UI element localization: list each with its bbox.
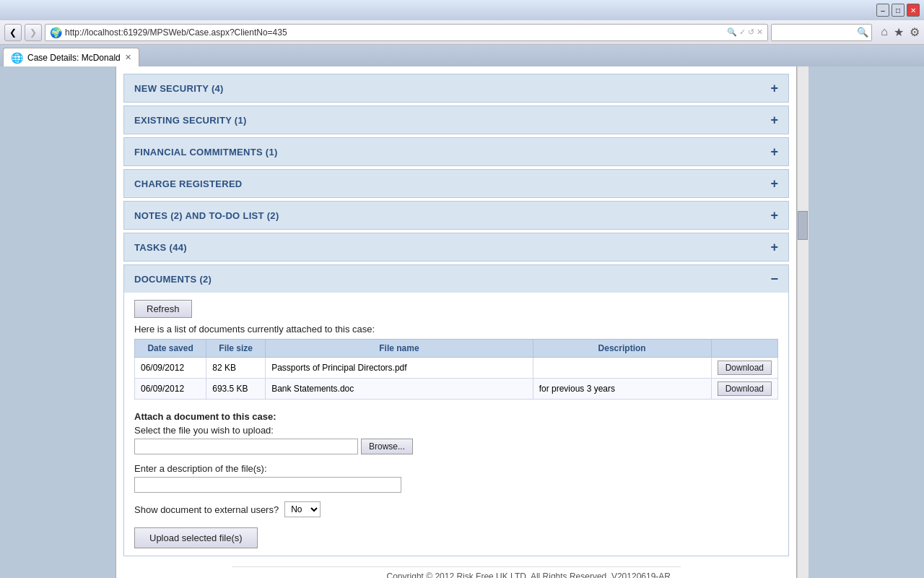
section-notes[interactable]: NOTES (2) AND TO-DO LIST (2) + bbox=[123, 201, 789, 230]
globe-icon: 🌍 bbox=[50, 27, 62, 38]
nav-bar: ❮ ❯ 🌍 http://localhost:61929/MPSWeb/Case… bbox=[0, 20, 924, 45]
show-doc-row: Show document to external users? No Yes bbox=[134, 501, 778, 517]
left-sidebar bbox=[0, 66, 116, 578]
file-path-input[interactable] bbox=[134, 439, 358, 454]
show-doc-select[interactable]: No Yes bbox=[284, 501, 321, 517]
section-new-security[interactable]: NEW SECURITY (4) + bbox=[123, 74, 789, 103]
doc-list-label: Here is a list of documents currently at… bbox=[134, 324, 778, 335]
refresh-button[interactable]: Refresh bbox=[134, 300, 192, 318]
documents-table: Date saved File size File name Descripti… bbox=[134, 339, 778, 400]
row2-date: 06/09/2012 bbox=[135, 379, 206, 400]
section-notes-label: NOTES (2) AND TO-DO LIST (2) bbox=[134, 210, 279, 221]
row1-description bbox=[533, 358, 711, 379]
restore-button[interactable]: □ bbox=[892, 4, 905, 17]
row1-download-cell: Download bbox=[711, 358, 777, 379]
tab-title: Case Details: McDonald bbox=[27, 53, 121, 63]
row2-filename: Bank Statements.doc bbox=[266, 379, 533, 400]
window-controls: – □ ✕ bbox=[876, 4, 920, 17]
close-button[interactable]: ✕ bbox=[907, 4, 920, 17]
section-tasks[interactable]: TASKS (44) + bbox=[123, 233, 789, 262]
section-charge-registered-label: CHARGE REGISTERED bbox=[134, 178, 243, 189]
attach-section: Attach a document to this case: Select t… bbox=[134, 411, 778, 548]
browse-button[interactable]: Browse... bbox=[361, 439, 413, 454]
show-doc-label: Show document to external users? bbox=[134, 504, 279, 515]
row1-date: 06/09/2012 bbox=[135, 358, 206, 379]
tools-icon[interactable]: ⚙ bbox=[910, 25, 920, 39]
page-footer: Copyright © 2012 Risk Free UK LTD, All R… bbox=[232, 566, 681, 578]
title-bar: – □ ✕ bbox=[0, 0, 924, 20]
col-date-saved: Date saved bbox=[135, 340, 206, 358]
description-label: Enter a description of the file(s): bbox=[134, 463, 778, 474]
download-button-1[interactable]: Download bbox=[718, 361, 772, 375]
tab-favicon: 🌐 bbox=[11, 52, 23, 64]
url-text: http://localhost:61929/MPSWeb/Case.aspx?… bbox=[65, 27, 724, 38]
section-charge-registered-toggle: + bbox=[770, 177, 778, 190]
file-select-label: Select the file you wish to upload: bbox=[134, 425, 778, 436]
attach-title: Attach a document to this case: bbox=[134, 411, 778, 422]
right-sidebar bbox=[808, 66, 924, 578]
row1-filename: Passports of Principal Directors.pdf bbox=[266, 358, 533, 379]
table-row: 06/09/2012 693.5 KB Bank Statements.doc … bbox=[135, 379, 778, 400]
upload-button[interactable]: Upload selected file(s) bbox=[134, 527, 258, 548]
favorites-icon[interactable]: ★ bbox=[894, 25, 904, 39]
documents-header[interactable]: DOCUMENTS (2) − bbox=[124, 265, 788, 293]
documents-section-label: DOCUMENTS (2) bbox=[134, 274, 212, 285]
tab-bar: 🌐 Case Details: McDonald ✕ bbox=[0, 45, 924, 66]
section-tasks-label: TASKS (44) bbox=[134, 242, 187, 253]
scrollbar-thumb[interactable] bbox=[798, 211, 808, 240]
section-charge-registered[interactable]: CHARGE REGISTERED + bbox=[123, 169, 789, 198]
row2-download-cell: Download bbox=[711, 379, 777, 400]
documents-body: Refresh Here is a list of documents curr… bbox=[124, 293, 788, 556]
address-bar[interactable]: 🌍 http://localhost:61929/MPSWeb/Case.asp… bbox=[45, 24, 768, 41]
section-existing-security-label: EXISTING SECURITY (1) bbox=[134, 115, 247, 126]
copyright-text: Copyright © 2012 Risk Free UK LTD, All R… bbox=[387, 571, 671, 578]
forward-button[interactable]: ❯ bbox=[25, 24, 42, 41]
row2-size: 693.5 KB bbox=[206, 379, 266, 400]
description-input[interactable] bbox=[134, 477, 401, 493]
search-icon: 🔍 bbox=[857, 27, 868, 38]
col-file-name: File name bbox=[266, 340, 533, 358]
section-new-security-toggle: + bbox=[770, 82, 778, 95]
section-new-security-label: NEW SECURITY (4) bbox=[134, 83, 224, 94]
minimize-button[interactable]: – bbox=[876, 4, 889, 17]
documents-section-toggle: − bbox=[770, 272, 778, 285]
tab-close-button[interactable]: ✕ bbox=[125, 53, 131, 62]
section-existing-security[interactable]: EXISTING SECURITY (1) + bbox=[123, 105, 789, 134]
section-financial-commitments[interactable]: FINANCIAL COMMITMENTS (1) + bbox=[123, 137, 789, 166]
active-tab[interactable]: 🌐 Case Details: McDonald ✕ bbox=[3, 48, 139, 66]
documents-section: DOCUMENTS (2) − Refresh Here is a list o… bbox=[123, 264, 789, 556]
nav-icons: ⌂ ★ ⚙ bbox=[881, 25, 920, 39]
section-existing-security-toggle: + bbox=[770, 113, 778, 126]
section-tasks-toggle: + bbox=[770, 241, 778, 254]
col-description: Description bbox=[533, 340, 711, 358]
col-action bbox=[711, 340, 777, 358]
row2-description: for previous 3 years bbox=[533, 379, 711, 400]
file-input-row: Browse... bbox=[134, 439, 778, 454]
scrollbar-track[interactable] bbox=[797, 66, 808, 578]
table-row: 06/09/2012 82 KB Passports of Principal … bbox=[135, 358, 778, 379]
address-controls: 🔍 ✓ ↺ ✕ bbox=[727, 27, 763, 37]
main-content: NEW SECURITY (4) + EXISTING SECURITY (1)… bbox=[116, 66, 796, 566]
search-bar[interactable]: 🔍 bbox=[771, 24, 872, 41]
home-icon[interactable]: ⌂ bbox=[881, 25, 888, 39]
section-financial-commitments-toggle: + bbox=[770, 145, 778, 158]
col-file-size: File size bbox=[206, 340, 266, 358]
back-button[interactable]: ❮ bbox=[4, 24, 22, 41]
section-notes-toggle: + bbox=[770, 209, 778, 222]
row1-size: 82 KB bbox=[206, 358, 266, 379]
download-button-2[interactable]: Download bbox=[718, 381, 772, 396]
section-financial-commitments-label: FINANCIAL COMMITMENTS (1) bbox=[134, 147, 278, 158]
